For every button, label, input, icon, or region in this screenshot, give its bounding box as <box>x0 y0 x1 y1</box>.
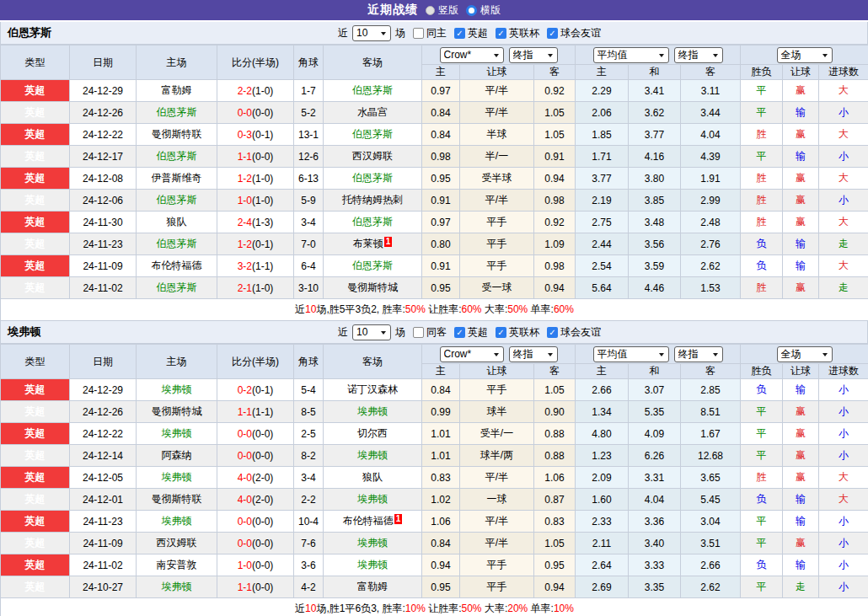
league-checkbox[interactable]: ✓ <box>454 28 465 39</box>
home-team-link[interactable]: 西汉姆联 <box>157 537 197 549</box>
recent-count-select[interactable]: 10 <box>352 324 391 340</box>
result-goals-cell: 大 <box>819 489 868 511</box>
home-team-link[interactable]: 埃弗顿 <box>162 427 192 439</box>
average-select[interactable]: 平均值 <box>593 346 669 362</box>
team-name: 伯恩茅斯 <box>8 25 51 40</box>
away-team-cell: 切尔西 <box>324 423 422 445</box>
league-checkbox-label[interactable]: 英超 <box>468 26 488 40</box>
bookmaker-select[interactable]: Crow* <box>440 47 504 63</box>
date-cell: 24-10-27 <box>70 576 137 598</box>
away-team-link[interactable]: 托特纳姆热刺 <box>342 194 403 206</box>
home-team-link[interactable]: 布伦特福德 <box>152 260 202 271</box>
league-cup-checkbox[interactable]: ✓ <box>496 28 506 39</box>
score-cell: 0-0(0-0) <box>217 533 294 554</box>
league-cup-checkbox-label[interactable]: 英联杯 <box>509 26 539 40</box>
corners-cell: 1-7 <box>294 80 324 102</box>
home-team-link[interactable]: 伊普斯维奇 <box>152 172 202 184</box>
same-venue-label[interactable]: 同客 <box>426 325 447 340</box>
layout-radio-vertical[interactable] <box>426 6 435 15</box>
home-team-link[interactable]: 伯恩茅斯 <box>157 281 197 293</box>
friendly-checkbox-label[interactable]: 球会友谊 <box>560 26 601 40</box>
scope-select[interactable]: 全场 <box>777 47 833 63</box>
home-team-link[interactable]: 埃弗顿 <box>162 515 192 527</box>
col-odds-home: 主 <box>422 364 460 379</box>
away-team-link[interactable]: 伯恩茅斯 <box>352 84 393 96</box>
score-cell: 2-1(1-0) <box>217 277 294 299</box>
away-team-link[interactable]: 狼队 <box>362 471 383 483</box>
avg-home-cell: 1.85 <box>576 124 629 146</box>
average-select[interactable]: 平均值 <box>593 47 669 63</box>
same-venue-checkbox[interactable] <box>413 327 424 338</box>
avg-draw-cell: 4.09 <box>629 423 681 445</box>
friendly-checkbox[interactable]: ✓ <box>547 327 558 338</box>
corners-cell: 8-2 <box>294 445 324 467</box>
home-team-link[interactable]: 伯恩茅斯 <box>157 194 197 206</box>
avg-draw-cell: 3.77 <box>629 124 681 146</box>
league-cup-checkbox-label[interactable]: 英联杯 <box>509 325 539 340</box>
away-team-link[interactable]: 曼彻斯特城 <box>347 281 398 293</box>
layout-radio-vertical-label[interactable]: 竖版 <box>438 3 458 18</box>
score-cell: 3-2(1-1) <box>217 255 294 277</box>
avg-home-cell: 2.29 <box>576 80 629 102</box>
league-cell: 英超 <box>1 576 70 598</box>
away-team-link[interactable]: 伯恩茅斯 <box>352 128 393 140</box>
match-row: 英超24-12-22埃弗顿0-0(0-0)2-5切尔西1.01受半/一0.884… <box>1 423 868 445</box>
league-cup-checkbox[interactable]: ✓ <box>496 327 506 338</box>
away-team-link[interactable]: 西汉姆联 <box>352 150 393 162</box>
league-cell: 英超 <box>1 190 70 212</box>
col-odds-home: 主 <box>422 65 460 80</box>
away-team-link[interactable]: 伯恩茅斯 <box>352 172 393 184</box>
home-team-link[interactable]: 富勒姆 <box>162 84 192 96</box>
league-cell: 英超 <box>1 467 70 489</box>
league-checkbox[interactable]: ✓ <box>454 327 465 338</box>
away-team-cell: 富勒姆 <box>324 576 422 598</box>
corners-cell: 5-4 <box>294 379 324 401</box>
date-cell: 24-11-23 <box>70 233 137 255</box>
home-team-link[interactable]: 伯恩茅斯 <box>157 238 197 249</box>
odds-stage-select[interactable]: 终指 <box>509 346 558 362</box>
home-team-link[interactable]: 伯恩茅斯 <box>157 150 197 162</box>
home-team-link[interactable]: 曼彻斯特城 <box>152 405 202 417</box>
avg-away-cell: 1.91 <box>681 168 741 190</box>
home-team-link[interactable]: 阿森纳 <box>162 449 192 461</box>
home-team-link[interactable]: 曼彻斯特联 <box>152 128 202 140</box>
away-team-link[interactable]: 埃弗顿 <box>357 449 388 461</box>
recent-count-select[interactable]: 10 <box>352 25 391 41</box>
friendly-checkbox-label[interactable]: 球会友谊 <box>560 325 601 340</box>
league-checkbox-label[interactable]: 英超 <box>468 325 488 340</box>
away-team-link[interactable]: 埃弗顿 <box>357 493 388 505</box>
home-team-link[interactable]: 埃弗顿 <box>162 383 192 395</box>
away-team-link[interactable]: 伯恩茅斯 <box>352 260 393 271</box>
away-team-link[interactable]: 富勒姆 <box>357 581 388 592</box>
home-team-link[interactable]: 狼队 <box>167 216 187 228</box>
odds-stage-select[interactable]: 终指 <box>509 47 558 63</box>
average-stage-select[interactable]: 终指 <box>674 47 723 63</box>
recent-results-page: 近期战绩 竖版 横版 伯恩茅斯 近 10 场 同主 ✓ 英超 ✓ 英联杯 ✓ 球… <box>0 0 868 616</box>
layout-radio-horizontal-label[interactable]: 横版 <box>480 3 501 18</box>
average-stage-select[interactable]: 终指 <box>674 346 723 362</box>
bookmaker-select[interactable]: Crow* <box>440 346 504 362</box>
away-team-link[interactable]: 诺丁汉森林 <box>347 383 398 395</box>
away-team-link[interactable]: 水晶宫 <box>357 106 388 118</box>
away-team-link[interactable]: 布莱顿 <box>353 238 383 249</box>
home-team-link[interactable]: 南安普敦 <box>157 559 197 570</box>
away-team-link[interactable]: 伯恩茅斯 <box>352 216 393 228</box>
away-team-link[interactable]: 埃弗顿 <box>357 537 388 549</box>
away-team-link[interactable]: 埃弗顿 <box>357 405 388 417</box>
avg-home-cell: 3.77 <box>576 168 629 190</box>
home-team-link[interactable]: 埃弗顿 <box>162 581 192 592</box>
friendly-checkbox[interactable]: ✓ <box>547 28 558 39</box>
away-team-link[interactable]: 埃弗顿 <box>357 559 388 570</box>
home-team-link[interactable]: 曼彻斯特联 <box>152 493 202 505</box>
match-row: 英超24-12-06伯恩茅斯1-0(1-0)5-9托特纳姆热刺0.91平/半0.… <box>1 190 868 212</box>
away-team-link[interactable]: 布伦特福德 <box>343 515 394 527</box>
layout-radio-horizontal[interactable] <box>466 5 477 16</box>
same-venue-checkbox[interactable] <box>413 28 424 39</box>
home-team-link[interactable]: 伯恩茅斯 <box>157 106 197 118</box>
scope-select[interactable]: 全场 <box>777 346 833 362</box>
away-team-link[interactable]: 切尔西 <box>357 427 388 439</box>
corners-cell: 7-0 <box>294 233 324 255</box>
result-handicap-cell: 输 <box>783 379 819 401</box>
same-venue-label[interactable]: 同主 <box>426 26 447 40</box>
home-team-link[interactable]: 埃弗顿 <box>162 471 192 483</box>
